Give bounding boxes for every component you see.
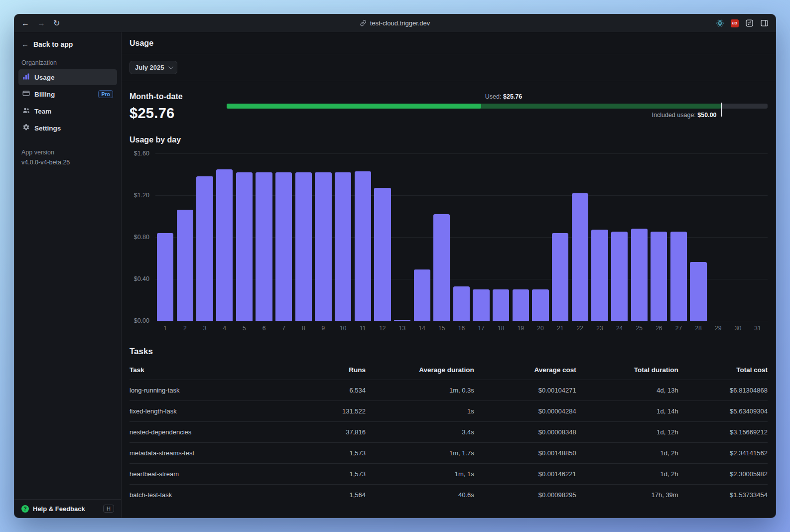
chart-bar[interactable]	[453, 286, 470, 321]
chart-x-tick: 24	[610, 325, 630, 332]
chart-bar[interactable]	[493, 289, 509, 321]
sidebar-section-label: Organization	[14, 56, 121, 68]
column-header-average-cost[interactable]: Average cost	[474, 360, 576, 380]
task-value-cell: 1m, 1.7s	[366, 443, 474, 464]
month-to-date-amount: $25.76	[130, 105, 204, 122]
task-value-cell: $3.15669212	[678, 422, 768, 443]
help-feedback-button[interactable]: ? Help & Feedback H	[14, 499, 121, 518]
chart-bar-slot	[511, 153, 531, 321]
chevron-down-icon	[168, 64, 173, 69]
sidebar-item-usage[interactable]: Usage	[18, 69, 117, 85]
used-label-text: Used:	[485, 93, 502, 100]
task-value-cell: 3.4s	[366, 422, 474, 443]
chart-bar[interactable]	[631, 229, 648, 321]
chart-bar[interactable]	[690, 262, 706, 321]
month-to-date-section: Month-to-date $25.76 Used: $25.76	[122, 81, 776, 124]
chart-bar[interactable]	[572, 193, 588, 321]
table-row[interactable]: nested-dependencies37,8163.4s$0.00008348…	[130, 422, 768, 443]
reload-icon[interactable]: ↻	[53, 19, 60, 27]
address-bar[interactable]: test-cloud.trigger.dev	[360, 19, 430, 27]
chart-bar[interactable]	[414, 269, 430, 321]
chart-bar-slot	[590, 153, 610, 321]
sidebar-item-billing[interactable]: Billing Pro	[18, 86, 117, 102]
chart-bar[interactable]	[355, 171, 371, 321]
chart-bar[interactable]	[157, 233, 173, 321]
table-row[interactable]: fixed-length-lask131,5221s$0.000042841d,…	[130, 401, 768, 422]
team-icon	[22, 107, 30, 116]
chart-bar[interactable]	[196, 176, 213, 321]
chart-bar[interactable]	[513, 289, 529, 321]
back-icon[interactable]: ←	[21, 19, 29, 27]
chart-x-tick: 27	[669, 325, 689, 332]
usage-chart: $1.60$1.20$0.80$0.40$0.00 12345678910111…	[122, 151, 776, 332]
column-header-runs[interactable]: Runs	[276, 360, 366, 380]
month-selector[interactable]: July 2025	[130, 61, 177, 74]
chart-bar[interactable]	[275, 172, 292, 321]
forward-icon[interactable]: →	[37, 19, 45, 27]
chart-bar-slot	[215, 153, 235, 321]
task-value-cell: 1m, 1s	[366, 464, 474, 485]
chart-bar[interactable]	[216, 169, 233, 321]
chart-x-tick: 28	[688, 325, 708, 332]
chart-bar[interactable]	[473, 289, 489, 321]
back-to-app-button[interactable]: ← Back to app	[14, 32, 121, 56]
react-devtools-icon[interactable]	[716, 19, 724, 27]
table-row[interactable]: batch-test-task1,56440.6s$0.0009829517h,…	[130, 485, 768, 506]
chart-bar-slot	[432, 153, 452, 321]
chart-bar[interactable]	[374, 188, 391, 321]
chart-bar[interactable]	[552, 233, 568, 321]
chart-bar[interactable]	[394, 320, 410, 321]
table-row[interactable]: metadata-streams-test1,5731m, 1.7s$0.001…	[130, 443, 768, 464]
chart-x-tick: 6	[254, 325, 274, 332]
meter-used-label: Used: $25.76	[485, 93, 522, 100]
chart-bar[interactable]	[532, 289, 548, 321]
chart-bar[interactable]	[591, 230, 608, 321]
chart-x-tick: 12	[373, 325, 393, 332]
column-header-total-duration[interactable]: Total duration	[576, 360, 678, 380]
column-header-task[interactable]: Task	[130, 360, 276, 380]
table-row[interactable]: long-running-task6,5341m, 0.3s$0.0010427…	[130, 380, 768, 401]
chart-y-tick: $0.00	[134, 317, 149, 324]
chart-bar[interactable]	[177, 210, 193, 321]
chart-bar[interactable]	[236, 172, 253, 321]
chart-bar-slot	[748, 153, 768, 321]
chart-bar[interactable]	[670, 232, 687, 321]
column-header-total-cost[interactable]: Total cost	[678, 360, 768, 380]
chart-bar[interactable]	[611, 232, 628, 321]
task-value-cell: 6,534	[276, 380, 366, 401]
sidebar-toggle-icon[interactable]	[760, 19, 769, 27]
sidebar-item-label: Team	[34, 108, 51, 115]
chart-x-tick: 23	[590, 325, 610, 332]
column-header-average-duration[interactable]: Average duration	[366, 360, 474, 380]
chart-bar-slot	[235, 153, 255, 321]
task-value-cell: $1.53733454	[678, 485, 768, 506]
included-value-text: $50.00	[697, 112, 716, 119]
chart-bar[interactable]	[256, 172, 272, 321]
chart-x-tick: 17	[471, 325, 491, 332]
chart-bar-slot	[629, 153, 649, 321]
chart-bar-slot	[688, 153, 708, 321]
chart-bar[interactable]	[295, 172, 312, 321]
browser-window: ← → ↻ test-cloud.trigger.dev uD	[14, 14, 776, 518]
task-value-cell: 1d, 14h	[576, 401, 678, 422]
sidebar-item-settings[interactable]: Settings	[18, 120, 117, 136]
chart-bar[interactable]	[335, 172, 351, 321]
tasks-title: Tasks	[130, 347, 768, 357]
chart-bar-slot	[293, 153, 313, 321]
tasks-table-header: Task Runs Average duration Average cost …	[130, 360, 768, 380]
task-name-cell: metadata-streams-test	[130, 443, 276, 464]
table-row[interactable]: heartbeat-stream1,5731m, 1s$0.001462211d…	[130, 464, 768, 485]
app-version-value: v4.0.0-v4-beta.25	[21, 159, 114, 166]
extension-icon[interactable]	[745, 19, 754, 27]
task-value-cell: 1s	[366, 401, 474, 422]
chart-x-tick: 8	[293, 325, 313, 332]
chart-x-tick: 5	[235, 325, 255, 332]
ublock-extension-icon[interactable]: uD	[731, 19, 739, 27]
chart-bar[interactable]	[315, 172, 331, 321]
chart-x-tick: 25	[629, 325, 649, 332]
chart-bar[interactable]	[651, 232, 667, 321]
chart-x-tick: 11	[353, 325, 373, 332]
sidebar-item-team[interactable]: Team	[18, 103, 117, 119]
sidebar-item-label: Settings	[34, 125, 61, 132]
chart-bar[interactable]	[433, 214, 450, 321]
